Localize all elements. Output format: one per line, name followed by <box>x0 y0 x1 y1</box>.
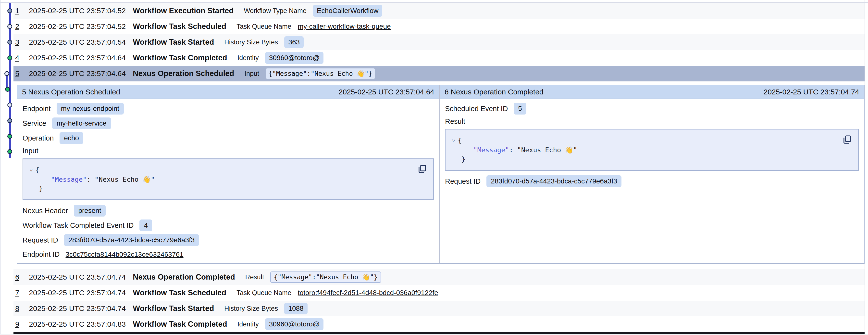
event-row-1[interactable]: 12025-02-25 UTC 23:57:04.52Workflow Exec… <box>13 3 865 19</box>
event-timestamp: 2025-02-25 UTC 23:57:04.52 <box>29 7 133 15</box>
page-right-border <box>865 0 865 335</box>
event-id-link[interactable]: 3 <box>15 38 29 46</box>
event-detail-label: Identity <box>238 54 259 62</box>
timeline-event-dot-branch[interactable] <box>4 71 9 76</box>
event-timestamp: 2025-02-25 UTC 23:57:04.74 <box>29 304 133 313</box>
event-timestamp: 2025-02-25 UTC 23:57:04.74 <box>29 273 133 281</box>
event-detail-value-badge: {"Message":"Nexus Echo 👋"} <box>266 68 375 79</box>
event-row-3[interactable]: 32025-02-25 UTC 23:57:04.54Workflow Task… <box>13 34 865 50</box>
timeline-event-dot[interactable] <box>7 8 12 13</box>
event-name: Workflow Task Started <box>133 38 214 47</box>
copy-icon[interactable] <box>842 134 852 145</box>
event-detail-label: Result <box>245 274 264 281</box>
event-id-link[interactable]: 1 <box>15 7 29 15</box>
event-detail-label: History Size Bytes <box>224 38 278 46</box>
event-row-6[interactable]: 62025-02-25 UTC 23:57:04.74Nexus Operati… <box>13 269 865 285</box>
timeline-event-dot-branch[interactable] <box>5 87 10 92</box>
event-id-link[interactable]: 4 <box>15 54 29 62</box>
event-name: Workflow Task Scheduled <box>133 288 226 297</box>
expanded-panel-header: 6 Nexus Operation Completed 2025-02-25 U… <box>440 85 864 99</box>
event-detail-value-badge: EchoCallerWorkflow <box>313 5 382 17</box>
panel-field-result: Result˅{ "Message": "Nexus Echo 👋" } <box>445 117 859 171</box>
event-id-link[interactable]: 6 <box>15 273 29 281</box>
panel-field-value-badge: my-nexus-endpoint <box>57 103 124 114</box>
panel-field-label: Scheduled Event ID <box>445 105 508 113</box>
event-detail-label: Input <box>244 70 259 78</box>
json-payload-viewer: ˅{ "Message": "Nexus Echo 👋" } <box>445 129 859 171</box>
event-name: Workflow Task Scheduled <box>133 22 226 31</box>
event-timestamp: 2025-02-25 UTC 23:57:04.54 <box>29 38 133 46</box>
timeline-event-dot[interactable] <box>7 118 12 123</box>
event-detail-link[interactable]: totoro:f494fecf-2d51-4d48-bdcd-036a0f912… <box>298 289 438 297</box>
panel-field-value-badge: 4 <box>140 220 152 231</box>
event-name: Workflow Task Completed <box>133 53 227 62</box>
event-name: Nexus Operation Scheduled <box>133 69 234 78</box>
event-row-2[interactable]: 22025-02-25 UTC 23:57:04.52Workflow Task… <box>13 19 865 34</box>
timeline-event-dot[interactable] <box>7 103 12 107</box>
page-bottom-gap <box>0 334 868 335</box>
event-detail-label: Task Queue Name <box>237 289 291 297</box>
panel-field-value-badge: echo <box>60 132 83 144</box>
panel-field-nexus-header: Nexus Headerpresent <box>23 205 434 217</box>
event-row-5[interactable]: 52025-02-25 UTC 23:57:04.64Nexus Operati… <box>13 66 865 81</box>
panel-field-endpoint-id: Endpoint ID3c0c75ccfa8144b092c13ce632463… <box>23 249 434 260</box>
expanded-panel-timestamp: 2025-02-25 UTC 23:57:04.74 <box>764 88 859 96</box>
expanded-panel-title: 6 Nexus Operation Completed <box>444 88 544 96</box>
expanded-panel-nexus-operation-scheduled: 5 Nexus Operation Scheduled 2025-02-25 U… <box>17 85 440 263</box>
event-row-4[interactable]: 42025-02-25 UTC 23:57:04.64Workflow Task… <box>13 50 865 66</box>
event-detail-value-badge: 1088 <box>284 303 307 314</box>
expanded-panel-header: 5 Nexus Operation Scheduled 2025-02-25 U… <box>17 85 439 99</box>
event-row-9[interactable]: 92025-02-25 UTC 23:57:04.83Workflow Task… <box>13 316 865 332</box>
panel-field-label: Result <box>445 117 859 125</box>
panel-field-request-id: Request ID283fd070-d57a-4423-bdca-c5c779… <box>445 175 859 187</box>
event-id-link[interactable]: 2 <box>15 22 29 31</box>
event-id-link[interactable]: 7 <box>15 289 29 297</box>
event-timestamp: 2025-02-25 UTC 23:57:04.83 <box>29 320 133 328</box>
expanded-panel-title: 5 Nexus Operation Scheduled <box>22 88 120 96</box>
json-payload-viewer: ˅{ "Message": "Nexus Echo 👋" } <box>23 159 434 200</box>
collapse-chevron-icon[interactable]: ˅ <box>450 136 458 145</box>
copy-icon[interactable] <box>417 164 427 174</box>
event-detail-value-badge: 30960@totoro@ <box>265 318 323 330</box>
event-detail-link[interactable]: my-caller-workflow-task-queue <box>298 23 391 30</box>
panel-field-value-badge: present <box>74 205 105 217</box>
page-top-border <box>0 2 868 3</box>
event-detail-value-badge: 363 <box>284 36 304 48</box>
event-timestamp: 2025-02-25 UTC 23:57:04.64 <box>29 54 133 62</box>
panel-field-label: Request ID <box>23 236 58 244</box>
event-row-7[interactable]: 72025-02-25 UTC 23:57:04.74Workflow Task… <box>13 285 865 301</box>
event-rows-top: 12025-02-25 UTC 23:57:04.52Workflow Exec… <box>13 3 865 81</box>
event-id-link[interactable]: 9 <box>15 320 29 328</box>
event-rows-bottom: 62025-02-25 UTC 23:57:04.74Nexus Operati… <box>13 269 865 332</box>
event-id-link[interactable]: 8 <box>15 304 29 313</box>
page-left-border <box>0 0 1 335</box>
event-id-link[interactable]: 5 <box>15 69 29 78</box>
panel-field-request-id: Request ID283fd070-d57a-4423-bdca-c5c779… <box>23 234 434 246</box>
event-detail-value-badge: 30960@totoro@ <box>265 52 323 64</box>
panel-field-endpoint: Endpointmy-nexus-endpoint <box>23 103 434 114</box>
event-detail-label: History Size Bytes <box>224 305 278 312</box>
collapse-chevron-icon[interactable]: ˅ <box>27 166 35 175</box>
timeline-event-dot[interactable] <box>7 40 12 45</box>
panel-field-label: Service <box>23 119 46 128</box>
panel-field-value-link[interactable]: 3c0c75ccfa8144b092c13ce632463761 <box>66 251 184 258</box>
timeline-event-dot[interactable] <box>7 24 12 29</box>
event-name: Workflow Execution Started <box>133 6 234 15</box>
timeline-event-dot[interactable] <box>7 134 12 139</box>
event-timestamp: 2025-02-25 UTC 23:57:04.52 <box>29 22 133 31</box>
event-detail-label: Identity <box>238 320 259 328</box>
event-timestamp: 2025-02-25 UTC 23:57:04.64 <box>29 69 133 78</box>
expanded-event-panels: 5 Nexus Operation Scheduled 2025-02-25 U… <box>17 85 865 264</box>
event-detail-label: Task Queue Name <box>237 23 291 30</box>
timeline-event-dot[interactable] <box>7 149 12 154</box>
next-section-divider <box>13 332 865 334</box>
json-key: "Message" <box>473 146 509 154</box>
panel-field-service: Servicemy-hello-service <box>23 117 434 129</box>
panel-field-scheduled-event-id: Scheduled Event ID5 <box>445 103 859 114</box>
event-name: Nexus Operation Completed <box>133 273 235 282</box>
panel-field-label: Nexus Header <box>23 207 68 215</box>
event-name: Workflow Task Started <box>133 304 214 313</box>
event-timestamp: 2025-02-25 UTC 23:57:04.74 <box>29 289 133 297</box>
timeline-event-dot[interactable] <box>7 55 12 60</box>
event-row-8[interactable]: 82025-02-25 UTC 23:57:04.74Workflow Task… <box>13 301 865 316</box>
